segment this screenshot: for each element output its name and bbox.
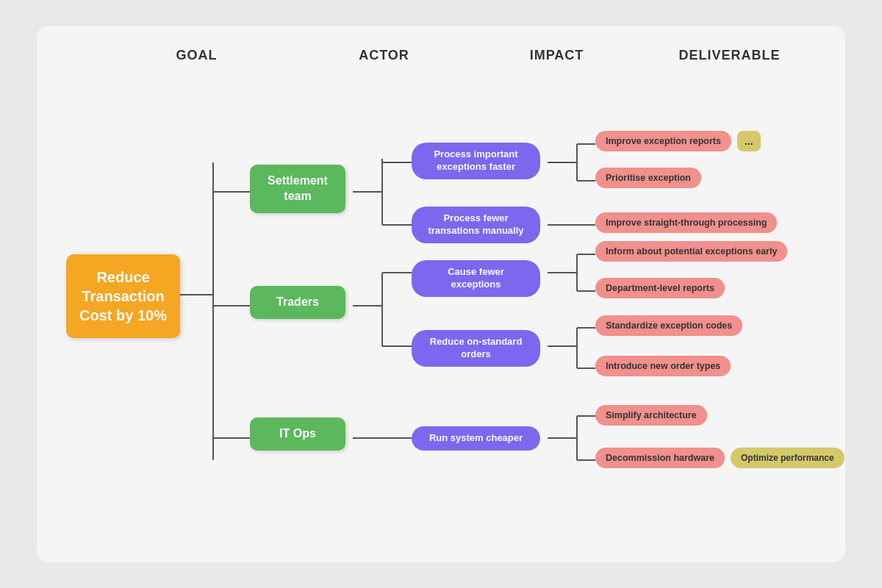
impact-2: Process fewer transations manually — [412, 207, 540, 243]
deliverable-9-wrapper: Decommission hardware Optimize performan… — [595, 448, 845, 468]
deliverable-1: Improve exception reports — [595, 131, 731, 151]
impact-2-label: Process fewer transations manually — [428, 212, 523, 236]
actor-settlement: Settlement team — [250, 165, 345, 213]
goal-label: Reduce Transaction Cost by 10% — [78, 268, 168, 325]
deliverable-9: Decommission hardware — [595, 448, 725, 468]
deliverable-9-tag-label: Optimize performance — [741, 453, 834, 463]
impact-3: Cause fewer exceptions — [412, 260, 540, 297]
actor-traders-label: Traders — [276, 295, 319, 308]
deliverable-3-wrapper: Improve straight-through processing — [595, 212, 777, 233]
deliverable-9-tag: Optimize performance — [731, 448, 845, 468]
impact-1: Process important exceptions faster — [412, 143, 540, 179]
deliverable-2-wrapper: Prioritise exception — [595, 168, 701, 188]
deliverable-3: Improve straight-through processing — [595, 212, 777, 233]
deliverable-7-label: Introduce new order types — [606, 361, 720, 371]
impact-4-label: Reduce on-standard orders — [430, 336, 523, 359]
deliverable-2: Prioritise exception — [595, 168, 701, 188]
deliverable-6-wrapper: Standardize exception codes — [595, 315, 742, 336]
deliverable-5-wrapper: Department-level reports — [595, 278, 725, 298]
header-deliverable: DELIVERABLE — [656, 48, 803, 63]
deliverable-5: Department-level reports — [595, 278, 725, 298]
header-goal: GOAL — [123, 48, 270, 63]
header-actor: ACTOR — [311, 48, 458, 63]
deliverable-4: Inform about potential exceptions early — [595, 241, 787, 262]
deliverable-2-label: Prioritise exception — [606, 173, 691, 183]
deliverable-8-wrapper: Simplify architecture — [595, 405, 707, 426]
deliverable-9-label: Decommission hardware — [606, 453, 714, 463]
headers-row: GOAL ACTOR IMPACT DELIVERABLE — [66, 48, 816, 63]
deliverable-3-label: Improve straight-through processing — [606, 218, 767, 228]
deliverable-8: Simplify architecture — [595, 405, 707, 426]
deliverable-5-label: Department-level reports — [606, 283, 714, 293]
deliverable-1-label: Improve exception reports — [606, 136, 721, 146]
deliverable-4-label: Inform about potential exceptions early — [606, 246, 777, 257]
impact-5-label: Run system cheaper — [429, 432, 523, 443]
deliverable-6: Standardize exception codes — [595, 315, 742, 336]
deliverable-6-label: Standardize exception codes — [606, 320, 732, 331]
impact-4: Reduce on-standard orders — [412, 330, 540, 367]
deliverable-4-wrapper: Inform about potential exceptions early — [595, 241, 787, 262]
impact-3-label: Cause fewer exceptions — [448, 266, 504, 290]
diagram-container: GOAL ACTOR IMPACT DELIVERABLE — [37, 26, 845, 562]
header-impact: IMPACT — [484, 48, 631, 63]
deliverable-7: Introduce new order types — [595, 356, 731, 376]
impact-5: Run system cheaper — [412, 426, 540, 451]
deliverable-7-wrapper: Introduce new order types — [595, 356, 731, 376]
goal-box: Reduce Transaction Cost by 10% — [66, 254, 180, 338]
actor-settlement-label: Settlement team — [268, 174, 328, 202]
deliverable-1-tag: ... — [737, 131, 761, 151]
deliverable-8-label: Simplify architecture — [606, 410, 697, 420]
actor-itops-label: IT Ops — [279, 427, 316, 440]
actor-itops: IT Ops — [250, 417, 345, 451]
actor-traders: Traders — [250, 286, 345, 319]
impact-1-label: Process important exceptions faster — [434, 148, 517, 172]
